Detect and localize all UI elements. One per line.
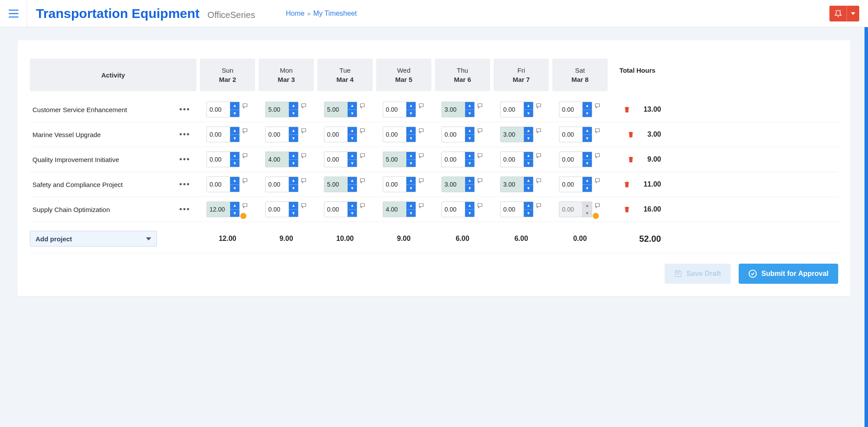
- hour-step-up[interactable]: ▲: [465, 102, 474, 110]
- hour-step-down[interactable]: ▼: [465, 160, 474, 167]
- activity-more-menu[interactable]: •••: [176, 203, 194, 216]
- hour-input[interactable]: [501, 177, 523, 192]
- trash-icon[interactable]: [627, 156, 634, 163]
- hour-input[interactable]: [324, 177, 347, 192]
- hour-step-up[interactable]: ▲: [524, 202, 533, 210]
- right-drawer-edge[interactable]: [864, 27, 868, 427]
- notifications-main[interactable]: [829, 6, 847, 21]
- comment-icon[interactable]: [536, 203, 542, 209]
- hour-step-down[interactable]: ▼: [406, 135, 416, 142]
- hour-step-down[interactable]: ▼: [230, 210, 239, 217]
- hour-input[interactable]: [266, 127, 288, 142]
- hour-step-up[interactable]: ▲: [348, 127, 357, 135]
- notifications-dropdown[interactable]: [847, 6, 859, 21]
- hour-input[interactable]: [207, 102, 230, 117]
- hour-input[interactable]: [442, 102, 465, 117]
- hour-step-down[interactable]: ▼: [230, 160, 239, 167]
- breadcrumb-home[interactable]: Home: [286, 10, 305, 18]
- hour-step-down[interactable]: ▼: [348, 135, 357, 142]
- trash-icon[interactable]: [623, 106, 630, 113]
- hour-step-down[interactable]: ▼: [583, 185, 592, 192]
- hour-input[interactable]: [207, 202, 230, 217]
- hour-step-down[interactable]: ▼: [406, 110, 416, 117]
- comment-icon[interactable]: [360, 203, 366, 209]
- comment-icon[interactable]: [595, 153, 601, 159]
- trash-icon[interactable]: [627, 131, 634, 138]
- hour-step-up[interactable]: ▲: [524, 152, 533, 160]
- hour-step-up[interactable]: ▲: [289, 152, 298, 160]
- hour-step-down[interactable]: ▼: [465, 135, 474, 142]
- hour-step-up[interactable]: ▲: [465, 152, 474, 160]
- hour-step-up[interactable]: ▲: [465, 127, 474, 135]
- comment-icon[interactable]: [536, 103, 542, 109]
- hour-step-up[interactable]: ▲: [406, 202, 416, 210]
- comment-icon[interactable]: [301, 103, 307, 109]
- comment-icon[interactable]: [242, 103, 249, 109]
- hour-step-up[interactable]: ▲: [583, 127, 592, 135]
- comment-icon[interactable]: [301, 203, 307, 209]
- hour-step-down[interactable]: ▼: [524, 185, 533, 192]
- hour-step-up[interactable]: ▲: [524, 177, 533, 185]
- hour-step-down[interactable]: ▼: [583, 110, 592, 117]
- hour-step-up[interactable]: ▲: [289, 202, 298, 210]
- hour-input[interactable]: [207, 127, 230, 142]
- hour-step-down[interactable]: ▼: [230, 185, 239, 192]
- hour-input[interactable]: [207, 152, 230, 167]
- hour-input[interactable]: [501, 102, 523, 117]
- hour-step-up[interactable]: ▲: [230, 152, 239, 160]
- hour-step-down[interactable]: ▼: [289, 185, 298, 192]
- hour-input[interactable]: [383, 127, 406, 142]
- hour-input[interactable]: [442, 127, 465, 142]
- comment-icon[interactable]: [242, 203, 249, 209]
- hour-input[interactable]: [559, 127, 582, 142]
- hour-input[interactable]: [383, 202, 406, 217]
- hour-input[interactable]: [442, 202, 465, 217]
- hour-step-up[interactable]: ▲: [465, 177, 474, 185]
- activity-more-menu[interactable]: •••: [176, 128, 194, 141]
- comment-icon[interactable]: [477, 128, 484, 134]
- hour-step-up[interactable]: ▲: [289, 102, 298, 110]
- hour-step-down[interactable]: ▼: [465, 210, 474, 217]
- hour-step-up[interactable]: ▲: [465, 202, 474, 210]
- hour-step-down[interactable]: ▼: [348, 110, 357, 117]
- hour-step-down[interactable]: ▼: [524, 110, 533, 117]
- breadcrumb-current[interactable]: My Timesheet: [313, 10, 357, 18]
- trash-icon[interactable]: [623, 206, 630, 213]
- comment-icon[interactable]: [419, 128, 425, 134]
- activity-more-menu[interactable]: •••: [176, 103, 194, 116]
- comment-icon[interactable]: [595, 103, 601, 109]
- hour-step-up[interactable]: ▲: [230, 177, 239, 185]
- comment-icon[interactable]: [301, 153, 307, 159]
- hour-step-up[interactable]: ▲: [406, 127, 416, 135]
- comment-icon[interactable]: [419, 203, 425, 209]
- hour-step-down[interactable]: ▼: [524, 160, 533, 167]
- hour-step-up[interactable]: ▲: [406, 102, 416, 110]
- comment-icon[interactable]: [301, 128, 307, 134]
- hour-input[interactable]: [442, 177, 465, 192]
- hour-input[interactable]: [324, 102, 347, 117]
- hour-step-up[interactable]: ▲: [230, 202, 239, 210]
- hour-step-up[interactable]: ▲: [348, 202, 357, 210]
- hour-input[interactable]: [501, 152, 523, 167]
- comment-icon[interactable]: [242, 178, 249, 184]
- hour-input[interactable]: [442, 152, 465, 167]
- hour-step-down[interactable]: ▼: [406, 185, 416, 192]
- comment-icon[interactable]: [360, 103, 366, 109]
- hour-step-up[interactable]: ▲: [583, 202, 592, 210]
- hour-step-up[interactable]: ▲: [289, 127, 298, 135]
- hour-step-down[interactable]: ▼: [289, 160, 298, 167]
- hour-input[interactable]: [324, 202, 347, 217]
- comment-icon[interactable]: [360, 128, 366, 134]
- trash-icon[interactable]: [623, 181, 630, 188]
- hour-step-down[interactable]: ▼: [348, 210, 357, 217]
- hamburger-menu[interactable]: [0, 0, 27, 27]
- hour-step-up[interactable]: ▲: [583, 177, 592, 185]
- comment-icon[interactable]: [477, 153, 484, 159]
- hour-step-down[interactable]: ▼: [406, 210, 416, 217]
- hour-step-down[interactable]: ▼: [583, 135, 592, 142]
- hour-step-up[interactable]: ▲: [406, 177, 416, 185]
- hour-step-up[interactable]: ▲: [289, 177, 298, 185]
- hour-step-down[interactable]: ▼: [289, 210, 298, 217]
- comment-icon[interactable]: [477, 178, 484, 184]
- hour-step-down[interactable]: ▼: [465, 185, 474, 192]
